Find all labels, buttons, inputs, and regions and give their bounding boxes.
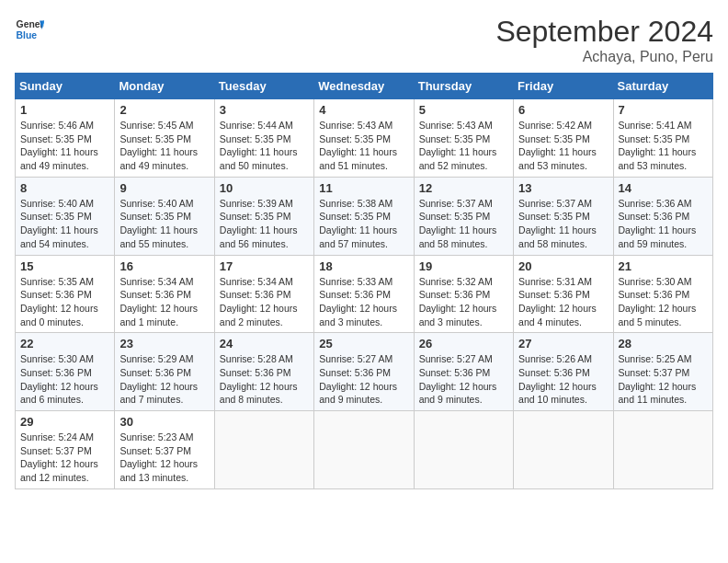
- calendar-cell: 10Sunrise: 5:39 AMSunset: 5:35 PMDayligh…: [214, 177, 313, 255]
- col-header-wednesday: Wednesday: [314, 74, 414, 99]
- day-info: Sunrise: 5:39 AMSunset: 5:35 PMDaylight:…: [220, 197, 309, 251]
- calendar-cell: 21Sunrise: 5:30 AMSunset: 5:36 PMDayligh…: [613, 255, 712, 333]
- day-info: Sunrise: 5:35 AMSunset: 5:36 PMDaylight:…: [20, 275, 109, 329]
- day-info: Sunrise: 5:32 AMSunset: 5:36 PMDaylight:…: [419, 275, 508, 329]
- day-info: Sunrise: 5:38 AMSunset: 5:35 PMDaylight:…: [319, 197, 408, 251]
- day-info: Sunrise: 5:27 AMSunset: 5:36 PMDaylight:…: [419, 352, 508, 407]
- day-number: 29: [20, 415, 109, 429]
- day-number: 2: [119, 103, 209, 117]
- month-title: September 2024: [495, 15, 713, 49]
- col-header-tuesday: Tuesday: [214, 74, 313, 99]
- day-number: 20: [518, 259, 608, 273]
- calendar-cell: 13Sunrise: 5:37 AMSunset: 5:35 PMDayligh…: [514, 177, 613, 255]
- day-number: 18: [319, 259, 408, 273]
- calendar-cell: 15Sunrise: 5:35 AMSunset: 5:36 PMDayligh…: [16, 255, 115, 333]
- day-info: Sunrise: 5:26 AMSunset: 5:36 PMDaylight:…: [518, 352, 608, 407]
- col-header-thursday: Thursday: [414, 74, 513, 99]
- day-number: 28: [619, 337, 708, 350]
- calendar-cell: 27Sunrise: 5:26 AMSunset: 5:36 PMDayligh…: [514, 333, 613, 411]
- calendar-cell: 17Sunrise: 5:34 AMSunset: 5:36 PMDayligh…: [214, 255, 313, 333]
- day-info: Sunrise: 5:36 AMSunset: 5:36 PMDaylight:…: [619, 197, 708, 251]
- calendar-cell: 16Sunrise: 5:34 AMSunset: 5:36 PMDayligh…: [115, 255, 214, 333]
- day-info: Sunrise: 5:40 AMSunset: 5:35 PMDaylight:…: [119, 197, 209, 251]
- day-number: 9: [119, 181, 209, 195]
- calendar-cell: [514, 411, 613, 489]
- day-number: 13: [518, 181, 608, 195]
- calendar-header-row: SundayMondayTuesdayWednesdayThursdayFrid…: [16, 74, 713, 99]
- calendar-cell: [414, 411, 513, 489]
- day-info: Sunrise: 5:25 AMSunset: 5:37 PMDaylight:…: [619, 352, 708, 407]
- day-number: 3: [220, 103, 309, 117]
- day-number: 11: [319, 181, 408, 195]
- calendar-cell: 19Sunrise: 5:32 AMSunset: 5:36 PMDayligh…: [414, 255, 513, 333]
- calendar-cell: [314, 411, 414, 489]
- calendar-cell: 9Sunrise: 5:40 AMSunset: 5:35 PMDaylight…: [115, 177, 214, 255]
- col-header-sunday: Sunday: [16, 74, 115, 99]
- calendar-cell: 28Sunrise: 5:25 AMSunset: 5:37 PMDayligh…: [613, 333, 712, 411]
- page-header: General Blue September 2024 Achaya, Puno…: [15, 15, 713, 65]
- day-info: Sunrise: 5:40 AMSunset: 5:35 PMDaylight:…: [20, 197, 109, 251]
- calendar-cell: 12Sunrise: 5:37 AMSunset: 5:35 PMDayligh…: [414, 177, 513, 255]
- day-info: Sunrise: 5:30 AMSunset: 5:36 PMDaylight:…: [619, 275, 708, 329]
- logo: General Blue: [15, 15, 44, 44]
- calendar-week-row: 1Sunrise: 5:46 AMSunset: 5:35 PMDaylight…: [16, 99, 713, 178]
- day-number: 12: [419, 181, 508, 195]
- calendar-cell: 6Sunrise: 5:42 AMSunset: 5:35 PMDaylight…: [514, 99, 613, 178]
- calendar-week-row: 29Sunrise: 5:24 AMSunset: 5:37 PMDayligh…: [16, 411, 713, 489]
- calendar-cell: [613, 411, 712, 489]
- svg-text:Blue: Blue: [17, 30, 38, 40]
- calendar-cell: 1Sunrise: 5:46 AMSunset: 5:35 PMDaylight…: [16, 99, 115, 178]
- logo-icon: General Blue: [15, 15, 44, 44]
- day-info: Sunrise: 5:37 AMSunset: 5:35 PMDaylight:…: [518, 197, 608, 251]
- day-number: 26: [419, 337, 508, 350]
- calendar-cell: 26Sunrise: 5:27 AMSunset: 5:36 PMDayligh…: [414, 333, 513, 411]
- day-number: 6: [518, 103, 608, 117]
- day-info: Sunrise: 5:46 AMSunset: 5:35 PMDaylight:…: [20, 119, 109, 173]
- calendar-cell: 5Sunrise: 5:43 AMSunset: 5:35 PMDaylight…: [414, 99, 513, 178]
- day-info: Sunrise: 5:43 AMSunset: 5:35 PMDaylight:…: [419, 119, 508, 173]
- day-info: Sunrise: 5:34 AMSunset: 5:36 PMDaylight:…: [220, 275, 309, 329]
- calendar-cell: 7Sunrise: 5:41 AMSunset: 5:35 PMDaylight…: [613, 99, 712, 178]
- day-info: Sunrise: 5:45 AMSunset: 5:35 PMDaylight:…: [119, 119, 209, 173]
- location-title: Achaya, Puno, Peru: [495, 49, 713, 65]
- day-number: 22: [20, 337, 109, 350]
- day-info: Sunrise: 5:42 AMSunset: 5:35 PMDaylight:…: [518, 119, 608, 173]
- calendar-cell: 29Sunrise: 5:24 AMSunset: 5:37 PMDayligh…: [16, 411, 115, 489]
- calendar-cell: 20Sunrise: 5:31 AMSunset: 5:36 PMDayligh…: [514, 255, 613, 333]
- day-number: 30: [119, 415, 209, 429]
- day-info: Sunrise: 5:27 AMSunset: 5:36 PMDaylight:…: [319, 352, 408, 407]
- day-number: 8: [20, 181, 109, 195]
- calendar-cell: 8Sunrise: 5:40 AMSunset: 5:35 PMDaylight…: [16, 177, 115, 255]
- calendar-cell: 23Sunrise: 5:29 AMSunset: 5:36 PMDayligh…: [115, 333, 214, 411]
- calendar-cell: 4Sunrise: 5:43 AMSunset: 5:35 PMDaylight…: [314, 99, 414, 178]
- day-info: Sunrise: 5:23 AMSunset: 5:37 PMDaylight:…: [119, 431, 209, 485]
- calendar-cell: 25Sunrise: 5:27 AMSunset: 5:36 PMDayligh…: [314, 333, 414, 411]
- col-header-saturday: Saturday: [613, 74, 712, 99]
- calendar-week-row: 15Sunrise: 5:35 AMSunset: 5:36 PMDayligh…: [16, 255, 713, 333]
- day-number: 23: [119, 337, 209, 350]
- day-info: Sunrise: 5:34 AMSunset: 5:36 PMDaylight:…: [119, 275, 209, 329]
- day-info: Sunrise: 5:41 AMSunset: 5:35 PMDaylight:…: [619, 119, 708, 173]
- day-info: Sunrise: 5:44 AMSunset: 5:35 PMDaylight:…: [220, 119, 309, 173]
- calendar-cell: 18Sunrise: 5:33 AMSunset: 5:36 PMDayligh…: [314, 255, 414, 333]
- day-number: 15: [20, 259, 109, 273]
- day-info: Sunrise: 5:29 AMSunset: 5:36 PMDaylight:…: [119, 352, 209, 407]
- calendar-cell: 3Sunrise: 5:44 AMSunset: 5:35 PMDaylight…: [214, 99, 313, 178]
- day-number: 27: [518, 337, 608, 350]
- day-number: 1: [20, 103, 109, 117]
- col-header-friday: Friday: [514, 74, 613, 99]
- day-number: 10: [220, 181, 309, 195]
- day-number: 25: [319, 337, 408, 350]
- day-info: Sunrise: 5:33 AMSunset: 5:36 PMDaylight:…: [319, 275, 408, 329]
- day-info: Sunrise: 5:43 AMSunset: 5:35 PMDaylight:…: [319, 119, 408, 173]
- calendar-table: SundayMondayTuesdayWednesdayThursdayFrid…: [15, 73, 713, 489]
- day-info: Sunrise: 5:30 AMSunset: 5:36 PMDaylight:…: [20, 352, 109, 407]
- day-info: Sunrise: 5:28 AMSunset: 5:36 PMDaylight:…: [220, 352, 309, 407]
- calendar-cell: [214, 411, 313, 489]
- calendar-week-row: 8Sunrise: 5:40 AMSunset: 5:35 PMDaylight…: [16, 177, 713, 255]
- day-info: Sunrise: 5:31 AMSunset: 5:36 PMDaylight:…: [518, 275, 608, 329]
- day-number: 14: [619, 181, 708, 195]
- col-header-monday: Monday: [115, 74, 214, 99]
- day-number: 21: [619, 259, 708, 273]
- day-number: 16: [119, 259, 209, 273]
